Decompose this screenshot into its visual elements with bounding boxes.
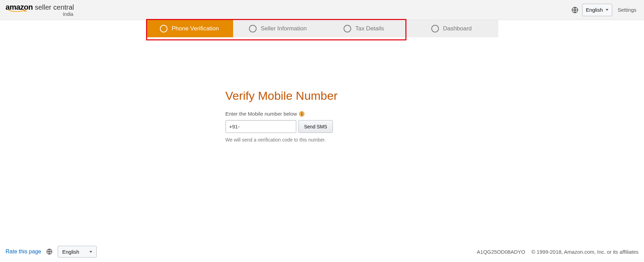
main-content: Verify Mobile Number Enter the Mobile nu… xyxy=(0,37,644,143)
progress-steps: Phone Verification Seller Information Ta… xyxy=(0,20,644,37)
logo-amazon-text: amazon xyxy=(6,3,33,11)
header-actions: English Settings xyxy=(571,4,638,16)
phone-input[interactable] xyxy=(225,120,296,133)
step-label: Tax Details xyxy=(355,25,384,32)
language-select[interactable]: English xyxy=(582,4,612,16)
step-seller-information[interactable]: Seller Information xyxy=(233,20,323,37)
rate-page-link[interactable]: Rate this page xyxy=(6,249,41,255)
step-circle-icon xyxy=(160,25,167,32)
send-sms-button[interactable]: Send SMS xyxy=(298,120,333,133)
verify-mobile-form: Verify Mobile Number Enter the Mobile nu… xyxy=(225,89,419,143)
phone-help-text: We will send a verification code to this… xyxy=(225,137,419,143)
step-circle-icon xyxy=(249,25,257,32)
language-select-label: English xyxy=(586,7,603,13)
step-label: Phone Verification xyxy=(172,25,219,32)
step-label: Dashboard xyxy=(443,25,472,32)
footer-bar: Rate this page English A1QG25OD08ADYO © … xyxy=(0,241,644,262)
logo[interactable]: amazon seller central India xyxy=(6,3,74,17)
header-bar: amazon seller central India English Sett… xyxy=(0,0,644,20)
logo-region-text: India xyxy=(6,12,74,17)
footer-language-label: English xyxy=(62,249,79,255)
globe-icon xyxy=(571,6,579,14)
page-title: Verify Mobile Number xyxy=(225,89,419,103)
amazon-swoosh-icon xyxy=(6,10,29,12)
footer-copyright-text: © 1999-2018, Amazon.com, Inc. or its aff… xyxy=(531,249,638,255)
step-circle-icon xyxy=(431,25,439,32)
globe-icon xyxy=(46,248,53,255)
step-tax-details[interactable]: Tax Details xyxy=(323,20,405,37)
chevron-down-icon xyxy=(89,251,92,253)
step-label: Seller Information xyxy=(261,25,307,32)
info-icon[interactable]: i xyxy=(299,111,305,117)
phone-input-label: Enter the Mobile number below xyxy=(225,111,297,117)
step-phone-verification[interactable]: Phone Verification xyxy=(146,20,233,37)
footer-language-select[interactable]: English xyxy=(58,246,97,258)
logo-seller-central-text: seller central xyxy=(35,4,74,11)
step-circle-icon xyxy=(344,25,351,32)
settings-link[interactable]: Settings xyxy=(616,7,638,13)
step-dashboard[interactable]: Dashboard xyxy=(405,20,498,37)
chevron-down-icon xyxy=(606,9,608,11)
footer-id-text: A1QG25OD08ADYO xyxy=(477,249,525,255)
